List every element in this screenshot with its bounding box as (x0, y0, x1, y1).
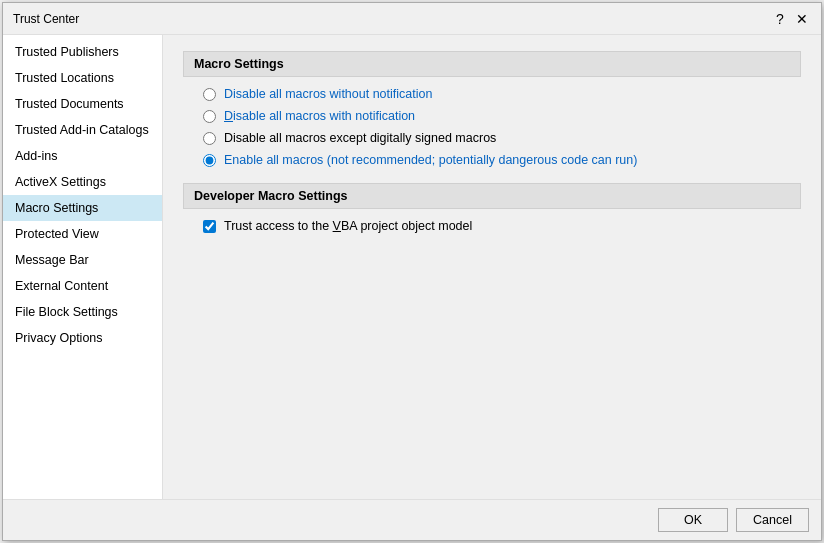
radio-disable-no-notify[interactable] (203, 88, 216, 101)
trust-center-dialog: Trust Center ? ✕ Trusted PublishersTrust… (2, 2, 822, 541)
label-disable-no-notify[interactable]: Disable all macros without notification (224, 87, 432, 101)
sidebar-item-macro-settings[interactable]: Macro Settings (3, 195, 162, 221)
close-button[interactable]: ✕ (793, 10, 811, 28)
radio-disable-except-signed[interactable] (203, 132, 216, 145)
dialog-title: Trust Center (13, 12, 79, 26)
macro-settings-header: Macro Settings (183, 51, 801, 77)
checkbox-item-trust-vba[interactable]: Trust access to the VBA project object m… (203, 219, 801, 233)
label-disable-notify[interactable]: Disable all macros with notification (224, 109, 415, 123)
macro-options-group: Disable all macros without notificationD… (203, 87, 801, 167)
radio-disable-notify[interactable] (203, 110, 216, 123)
ok-button[interactable]: OK (658, 508, 728, 532)
label-enable-all[interactable]: Enable all macros (not recommended; pote… (224, 153, 637, 167)
title-bar: Trust Center ? ✕ (3, 3, 821, 35)
sidebar-item-external-content[interactable]: External Content (3, 273, 162, 299)
developer-section: Developer Macro Settings Trust access to… (183, 183, 801, 233)
radio-item-disable-notify[interactable]: Disable all macros with notification (203, 109, 801, 123)
sidebar-item-privacy-options[interactable]: Privacy Options (3, 325, 162, 351)
label-disable-except-signed[interactable]: Disable all macros except digitally sign… (224, 131, 496, 145)
sidebar-item-trusted-add-in-catalogs[interactable]: Trusted Add-in Catalogs (3, 117, 162, 143)
sidebar: Trusted PublishersTrusted LocationsTrust… (3, 35, 163, 499)
sidebar-item-message-bar[interactable]: Message Bar (3, 247, 162, 273)
cancel-button[interactable]: Cancel (736, 508, 809, 532)
radio-enable-all[interactable] (203, 154, 216, 167)
main-content: Macro Settings Disable all macros withou… (163, 35, 821, 499)
developer-options-group: Trust access to the VBA project object m… (203, 219, 801, 233)
dialog-footer: OK Cancel (3, 499, 821, 540)
sidebar-item-add-ins[interactable]: Add-ins (3, 143, 162, 169)
sidebar-item-file-block-settings[interactable]: File Block Settings (3, 299, 162, 325)
sidebar-item-trusted-documents[interactable]: Trusted Documents (3, 91, 162, 117)
title-bar-controls: ? ✕ (771, 10, 811, 28)
sidebar-item-trusted-publishers[interactable]: Trusted Publishers (3, 39, 162, 65)
help-button[interactable]: ? (771, 10, 789, 28)
label-trust-vba[interactable]: Trust access to the VBA project object m… (224, 219, 472, 233)
sidebar-item-trusted-locations[interactable]: Trusted Locations (3, 65, 162, 91)
sidebar-item-activex-settings[interactable]: ActiveX Settings (3, 169, 162, 195)
developer-settings-header: Developer Macro Settings (183, 183, 801, 209)
dialog-body: Trusted PublishersTrusted LocationsTrust… (3, 35, 821, 499)
sidebar-item-protected-view[interactable]: Protected View (3, 221, 162, 247)
radio-item-enable-all[interactable]: Enable all macros (not recommended; pote… (203, 153, 801, 167)
radio-item-disable-except-signed[interactable]: Disable all macros except digitally sign… (203, 131, 801, 145)
radio-item-disable-no-notify[interactable]: Disable all macros without notification (203, 87, 801, 101)
checkbox-trust-vba[interactable] (203, 220, 216, 233)
